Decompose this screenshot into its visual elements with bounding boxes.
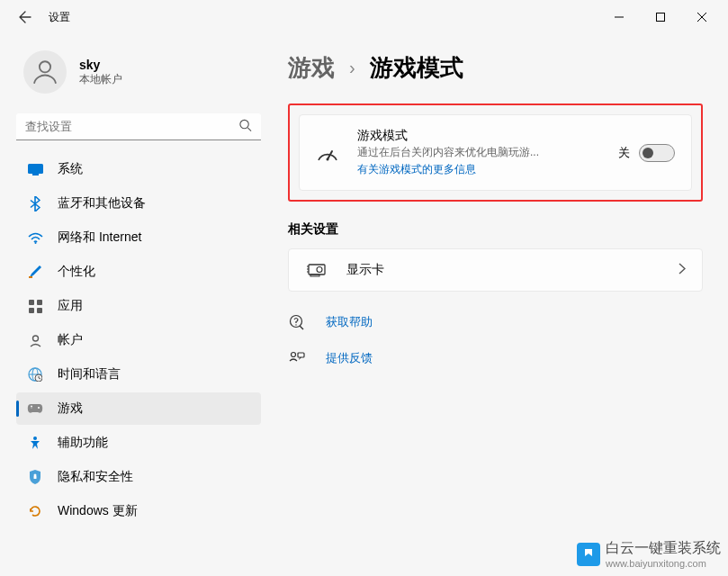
chevron-right-icon: › <box>349 58 355 78</box>
account-icon <box>27 332 43 348</box>
svg-rect-10 <box>37 300 42 305</box>
highlight-annotation: 游戏模式 通过在后台关闭内容来优化电脑玩游... 有关游戏模式的更多信息 关 <box>288 104 703 202</box>
nav-apps[interactable]: 应用 <box>16 290 261 322</box>
link-text: 获取帮助 <box>326 314 373 330</box>
nav-gaming[interactable]: 游戏 <box>16 392 261 425</box>
svg-rect-23 <box>31 405 32 407</box>
game-mode-card: 游戏模式 通过在后台关闭内容来优化电脑玩游... 有关游戏模式的更多信息 关 <box>299 114 692 191</box>
nav-network[interactable]: 网络和 Internet <box>16 221 261 254</box>
nav-label: 隐私和安全性 <box>58 469 133 485</box>
related-heading: 相关设置 <box>288 221 703 238</box>
close-icon <box>697 13 706 22</box>
arrow-left-icon <box>18 10 32 24</box>
display-card-link[interactable]: 显示卡 <box>288 248 703 292</box>
apps-icon <box>27 298 43 314</box>
speedometer-icon <box>316 144 339 162</box>
feedback-icon <box>288 349 306 367</box>
gamepad-icon <box>27 400 43 417</box>
svg-point-20 <box>38 407 40 409</box>
bluetooth-icon <box>27 195 43 212</box>
nav-bluetooth[interactable]: 蓝牙和其他设备 <box>16 187 261 220</box>
search-box <box>16 113 261 140</box>
feedback-link[interactable]: 提供反馈 <box>288 347 703 369</box>
watermark: 白云一键重装系统 www.baiyunxitong.com <box>577 539 721 569</box>
svg-rect-5 <box>28 164 43 174</box>
titlebar: 设置 <box>0 0 728 34</box>
nav-accessibility[interactable]: 辅助功能 <box>16 427 261 459</box>
username: sky <box>79 58 122 72</box>
nav-time-language[interactable]: 时间和语言 <box>16 358 261 391</box>
nav-system[interactable]: 系统 <box>16 153 261 185</box>
nav-accounts[interactable]: 帐户 <box>16 324 261 356</box>
nav-label: 应用 <box>58 298 83 314</box>
nav-list: 系统 蓝牙和其他设备 网络和 Internet 个性化 应用 <box>16 153 261 527</box>
nav-label: 时间和语言 <box>58 366 121 382</box>
breadcrumb-parent[interactable]: 游戏 <box>288 52 335 84</box>
get-help-link[interactable]: 获取帮助 <box>288 311 703 333</box>
wifi-icon <box>27 230 43 246</box>
nav-label: 个性化 <box>58 264 95 280</box>
svg-point-3 <box>240 120 248 128</box>
toggle-state-label: 关 <box>618 145 630 161</box>
watermark-text: 白云一键重装系统 <box>606 539 721 558</box>
maximize-icon <box>656 13 665 22</box>
globe-icon <box>27 366 43 382</box>
help-section: 获取帮助 提供反馈 <box>288 311 703 369</box>
svg-rect-8 <box>29 276 32 278</box>
svg-point-24 <box>33 436 37 440</box>
nav-privacy[interactable]: 隐私和安全性 <box>16 461 261 493</box>
svg-point-2 <box>40 61 50 72</box>
breadcrumb: 游戏 › 游戏模式 <box>288 52 703 84</box>
svg-point-36 <box>295 324 296 325</box>
close-button[interactable] <box>681 3 723 32</box>
svg-rect-1 <box>657 14 665 22</box>
shield-icon <box>27 469 43 485</box>
svg-point-30 <box>317 267 322 273</box>
minimize-button[interactable] <box>598 3 640 32</box>
card-title: 显示卡 <box>346 262 661 278</box>
svg-point-28 <box>327 158 329 160</box>
game-mode-toggle[interactable] <box>639 144 675 162</box>
svg-rect-38 <box>298 353 304 357</box>
profile-section[interactable]: sky 本地帐户 <box>16 41 261 108</box>
app-title: 设置 <box>49 10 70 25</box>
help-icon <box>288 313 306 331</box>
paintbrush-icon <box>27 264 43 280</box>
search-icon <box>238 119 252 136</box>
nav-windows-update[interactable]: Windows 更新 <box>16 495 261 527</box>
svg-point-13 <box>32 336 38 341</box>
breadcrumb-current: 游戏模式 <box>370 52 463 84</box>
maximize-button[interactable] <box>640 3 681 32</box>
back-button[interactable] <box>14 6 36 28</box>
chevron-right-icon <box>679 262 686 278</box>
svg-rect-11 <box>29 308 34 313</box>
avatar <box>23 50 67 94</box>
svg-rect-26 <box>34 476 37 479</box>
link-text: 提供反馈 <box>326 350 373 366</box>
nav-label: 帐户 <box>58 332 83 348</box>
gpu-icon <box>305 263 328 277</box>
person-icon <box>30 57 60 87</box>
nav-label: Windows 更新 <box>58 503 138 519</box>
svg-point-37 <box>292 353 296 357</box>
search-input[interactable] <box>16 113 261 140</box>
accessibility-icon <box>27 435 43 451</box>
settings-window: 设置 sky 本地帐户 <box>0 0 728 576</box>
watermark-logo <box>577 543 600 566</box>
nav-label: 蓝牙和其他设备 <box>58 195 146 212</box>
svg-point-7 <box>34 242 36 244</box>
update-icon <box>27 503 43 519</box>
svg-rect-34 <box>310 274 319 276</box>
minimize-icon <box>615 13 624 22</box>
nav-label: 游戏 <box>58 400 83 417</box>
more-info-link[interactable]: 有关游戏模式的更多信息 <box>357 162 476 177</box>
nav-label: 辅助功能 <box>58 435 108 451</box>
card-description: 通过在后台关闭内容来优化电脑玩游... <box>357 145 600 160</box>
svg-rect-12 <box>37 308 42 313</box>
svg-rect-9 <box>29 300 34 305</box>
svg-line-4 <box>247 128 251 131</box>
card-title: 游戏模式 <box>357 128 600 144</box>
account-type: 本地帐户 <box>79 72 122 87</box>
display-icon <box>27 161 43 177</box>
nav-personalization[interactable]: 个性化 <box>16 256 261 288</box>
